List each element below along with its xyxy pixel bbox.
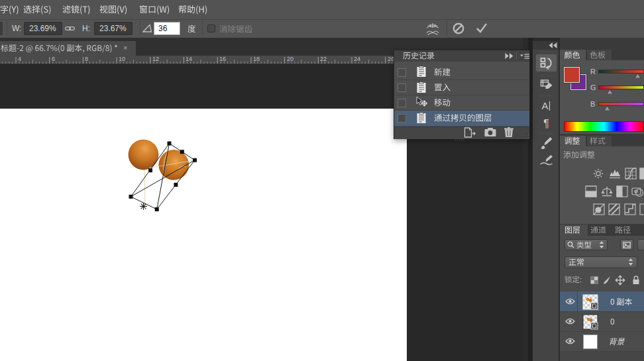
svg-text:A: A	[541, 100, 548, 111]
svg-text:¶: ¶	[543, 118, 549, 129]
